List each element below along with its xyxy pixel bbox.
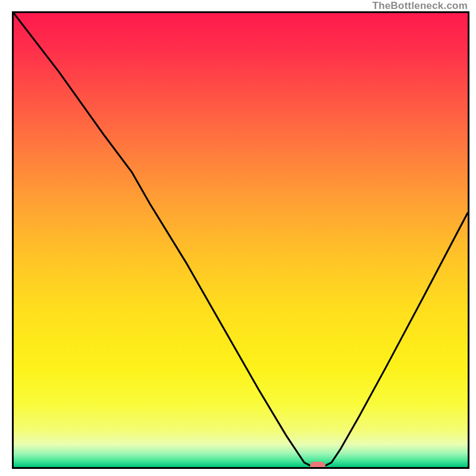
minimum-marker <box>310 462 325 469</box>
gradient-background <box>14 13 468 467</box>
plot-area <box>12 11 469 469</box>
watermark-text: TheBottleneck.com <box>372 0 468 12</box>
chart-container: TheBottleneck.com <box>0 0 476 476</box>
